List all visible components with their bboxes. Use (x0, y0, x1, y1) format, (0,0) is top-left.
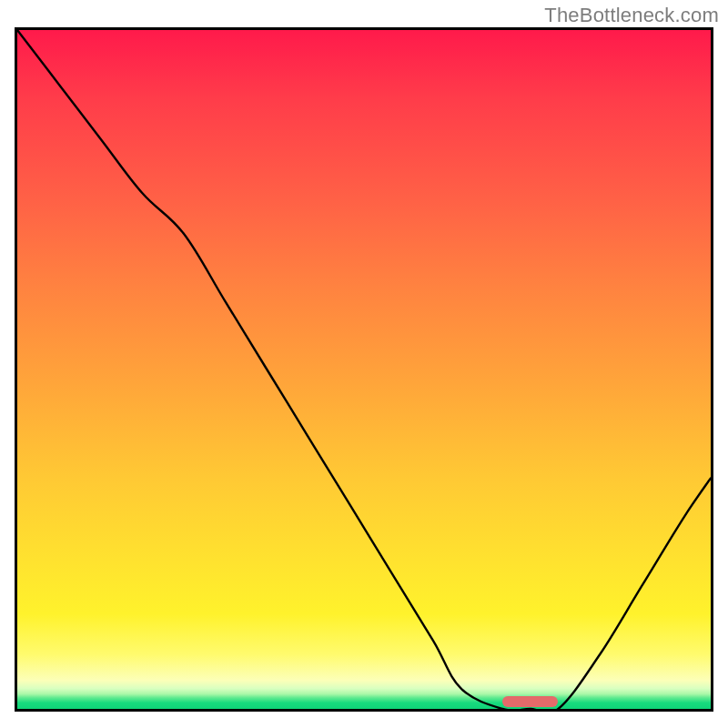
plot-area (15, 27, 713, 712)
watermark-text: TheBottleneck.com (544, 4, 719, 27)
chart-frame: TheBottleneck.com (0, 0, 728, 728)
optimal-range-marker (502, 696, 558, 707)
bottleneck-curve (17, 30, 711, 709)
